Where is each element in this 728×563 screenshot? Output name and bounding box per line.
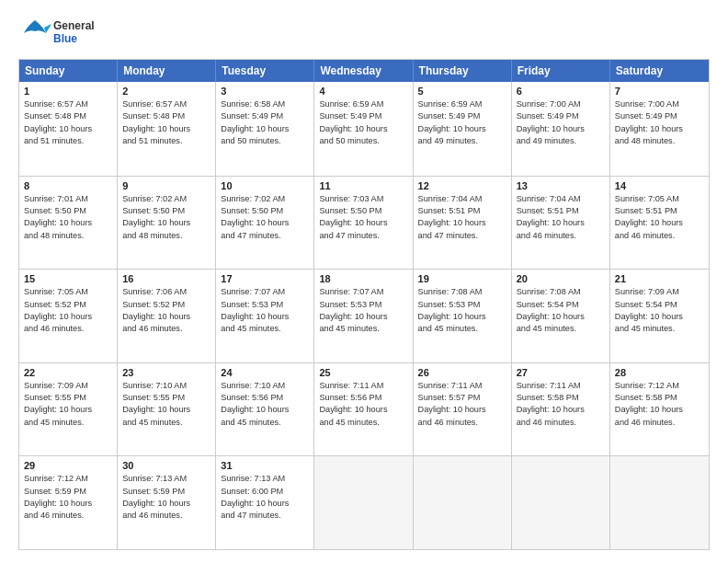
sunset-label: Sunset: 5:56 PM [319, 393, 381, 402]
calendar-cell: 29 Sunrise: 7:12 AM Sunset: 5:59 PM Dayl… [19, 456, 118, 549]
calendar-header-day: Wednesday [314, 60, 413, 82]
sunrise-label: Sunrise: 7:13 AM [221, 474, 285, 483]
day-info: Sunrise: 7:07 AM Sunset: 5:53 PM Dayligh… [221, 286, 309, 335]
day-info: Sunrise: 7:02 AM Sunset: 5:50 PM Dayligh… [221, 193, 309, 242]
daylight-minutes: and 50 minutes. [221, 136, 280, 145]
calendar-cell [314, 456, 413, 549]
daylight-label: Daylight: 10 hours [615, 405, 683, 414]
daylight-label: Daylight: 10 hours [418, 405, 486, 414]
calendar-cell: 26 Sunrise: 7:11 AM Sunset: 5:57 PM Dayl… [414, 363, 512, 456]
calendar-cell: 18 Sunrise: 7:07 AM Sunset: 5:53 PM Dayl… [314, 270, 413, 362]
daylight-label: Daylight: 10 hours [24, 218, 92, 227]
day-number: 24 [221, 367, 309, 378]
calendar-cell: 27 Sunrise: 7:11 AM Sunset: 5:58 PM Dayl… [512, 363, 610, 456]
sunset-label: Sunset: 6:00 PM [221, 487, 283, 496]
daylight-label: Daylight: 10 hours [615, 124, 683, 133]
daylight-label: Daylight: 10 hours [221, 312, 289, 321]
sunrise-label: Sunrise: 7:03 AM [319, 194, 383, 203]
daylight-minutes: and 47 minutes. [221, 511, 280, 520]
daylight-label: Daylight: 10 hours [24, 124, 92, 133]
day-info: Sunrise: 7:05 AM Sunset: 5:52 PM Dayligh… [24, 286, 112, 335]
daylight-label: Daylight: 10 hours [517, 405, 585, 414]
calendar-cell [610, 456, 709, 549]
daylight-minutes: and 45 minutes. [319, 324, 379, 333]
sunrise-label: Sunrise: 7:07 AM [221, 287, 285, 296]
daylight-minutes: and 47 minutes. [319, 231, 379, 240]
sunrise-label: Sunrise: 6:59 AM [418, 99, 483, 109]
day-info: Sunrise: 7:08 AM Sunset: 5:53 PM Dayligh… [418, 286, 506, 335]
daylight-minutes: and 46 minutes. [24, 324, 84, 333]
sunset-label: Sunset: 5:50 PM [319, 206, 381, 215]
daylight-label: Daylight: 10 hours [418, 312, 486, 321]
day-info: Sunrise: 7:11 AM Sunset: 5:58 PM Dayligh… [517, 380, 605, 429]
daylight-minutes: and 45 minutes. [24, 418, 84, 427]
daylight-label: Daylight: 10 hours [517, 218, 585, 227]
calendar-cell: 7 Sunrise: 7:00 AM Sunset: 5:49 PM Dayli… [610, 82, 709, 176]
daylight-minutes: and 46 minutes. [122, 324, 182, 333]
day-info: Sunrise: 7:13 AM Sunset: 5:59 PM Dayligh… [122, 473, 210, 522]
daylight-label: Daylight: 10 hours [221, 218, 289, 227]
calendar-cell: 11 Sunrise: 7:03 AM Sunset: 5:50 PM Dayl… [314, 177, 413, 270]
calendar-week: 29 Sunrise: 7:12 AM Sunset: 5:59 PM Dayl… [19, 455, 709, 549]
calendar-cell: 6 Sunrise: 7:00 AM Sunset: 5:49 PM Dayli… [512, 82, 610, 176]
daylight-label: Daylight: 10 hours [221, 499, 289, 508]
day-info: Sunrise: 6:58 AM Sunset: 5:49 PM Dayligh… [221, 98, 309, 147]
daylight-minutes: and 48 minutes. [24, 231, 84, 240]
sunset-label: Sunset: 5:57 PM [418, 393, 481, 402]
sunrise-label: Sunrise: 7:08 AM [418, 287, 483, 296]
calendar-cell [512, 456, 610, 549]
day-info: Sunrise: 7:10 AM Sunset: 5:56 PM Dayligh… [221, 380, 309, 429]
day-info: Sunrise: 7:00 AM Sunset: 5:49 PM Dayligh… [615, 98, 704, 147]
sunrise-label: Sunrise: 6:57 AM [24, 99, 88, 109]
sunset-label: Sunset: 5:51 PM [418, 206, 481, 215]
day-number: 21 [615, 273, 704, 284]
day-info: Sunrise: 6:57 AM Sunset: 5:48 PM Dayligh… [122, 98, 210, 147]
day-number: 5 [418, 86, 506, 97]
daylight-label: Daylight: 10 hours [122, 124, 190, 133]
sunrise-label: Sunrise: 7:10 AM [122, 381, 187, 390]
sunset-label: Sunset: 5:48 PM [122, 111, 185, 121]
sunrise-label: Sunrise: 6:57 AM [122, 99, 187, 109]
day-number: 19 [418, 273, 506, 284]
day-number: 7 [615, 86, 704, 97]
daylight-minutes: and 49 minutes. [418, 136, 478, 145]
sunrise-label: Sunrise: 7:00 AM [615, 99, 679, 109]
day-info: Sunrise: 7:13 AM Sunset: 6:00 PM Dayligh… [221, 473, 309, 522]
day-number: 23 [122, 367, 210, 378]
day-number: 18 [319, 273, 407, 284]
daylight-minutes: and 46 minutes. [418, 418, 478, 427]
calendar-cell: 24 Sunrise: 7:10 AM Sunset: 5:56 PM Dayl… [216, 363, 314, 456]
day-info: Sunrise: 7:12 AM Sunset: 5:58 PM Dayligh… [615, 380, 704, 429]
calendar-cell: 25 Sunrise: 7:11 AM Sunset: 5:56 PM Dayl… [314, 363, 413, 456]
sunset-label: Sunset: 5:53 PM [221, 300, 283, 309]
daylight-minutes: and 45 minutes. [221, 324, 280, 333]
day-info: Sunrise: 7:07 AM Sunset: 5:53 PM Dayligh… [319, 286, 407, 335]
logo-bird-icon [18, 17, 51, 50]
daylight-minutes: and 46 minutes. [615, 231, 675, 240]
day-number: 12 [418, 180, 506, 191]
sunset-label: Sunset: 5:53 PM [319, 300, 381, 309]
sunrise-label: Sunrise: 7:04 AM [517, 194, 581, 203]
day-number: 4 [319, 86, 407, 97]
daylight-label: Daylight: 10 hours [319, 124, 387, 133]
sunset-label: Sunset: 5:50 PM [122, 206, 185, 215]
daylight-label: Daylight: 10 hours [319, 405, 387, 414]
logo-container: General Blue [18, 17, 95, 50]
sunrise-label: Sunrise: 7:12 AM [615, 381, 679, 390]
daylight-label: Daylight: 10 hours [517, 124, 585, 133]
calendar-cell: 16 Sunrise: 7:06 AM Sunset: 5:52 PM Dayl… [118, 270, 216, 362]
day-info: Sunrise: 6:59 AM Sunset: 5:49 PM Dayligh… [418, 98, 506, 147]
sunrise-label: Sunrise: 7:13 AM [122, 474, 187, 483]
sunset-label: Sunset: 5:59 PM [122, 487, 185, 496]
day-number: 8 [24, 180, 112, 191]
sunset-label: Sunset: 5:49 PM [418, 111, 481, 121]
calendar-cell [414, 456, 512, 549]
day-number: 30 [122, 460, 210, 471]
calendar-header: SundayMondayTuesdayWednesdayThursdayFrid… [19, 60, 709, 82]
day-info: Sunrise: 7:10 AM Sunset: 5:55 PM Dayligh… [122, 380, 210, 429]
daylight-label: Daylight: 10 hours [221, 124, 289, 133]
sunset-label: Sunset: 5:49 PM [319, 111, 381, 121]
day-number: 22 [24, 367, 112, 378]
day-info: Sunrise: 6:59 AM Sunset: 5:49 PM Dayligh… [319, 98, 407, 147]
sunrise-label: Sunrise: 7:11 AM [418, 381, 483, 390]
